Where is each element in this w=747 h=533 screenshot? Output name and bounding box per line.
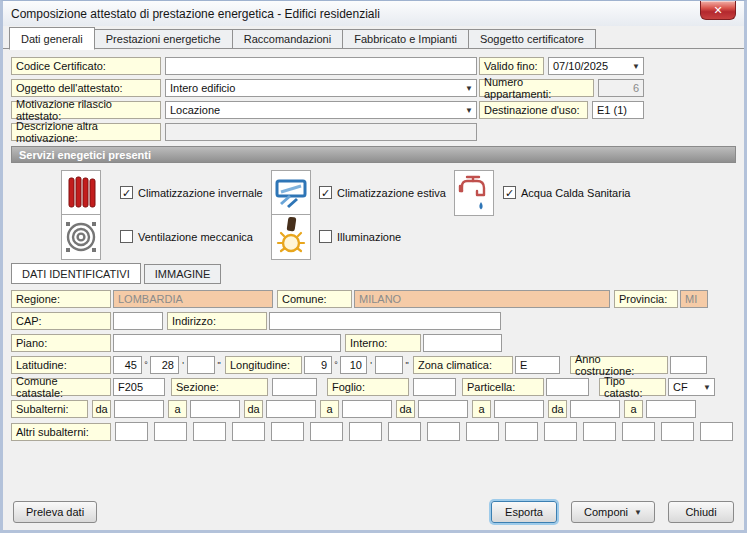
minute-symbol: ': [179, 360, 187, 370]
service-label-acqua-calda-sanitaria: Acqua Calda Sanitaria: [521, 187, 630, 199]
altro-subalterno-input[interactable]: [622, 422, 655, 441]
chevron-down-icon: ▼: [465, 84, 473, 93]
motivazione-rilascio-dropdown[interactable]: Locazione▼: [165, 101, 477, 119]
a-label: a: [624, 400, 643, 418]
tab-raccomandazioni[interactable]: Raccomandazioni: [232, 29, 343, 49]
da-label: da: [396, 400, 415, 418]
interno-input[interactable]: [423, 334, 502, 352]
footer-bar: Preleva dati Esporta Componi▼ Chiudi: [13, 501, 734, 523]
altro-subalterno-input[interactable]: [271, 422, 304, 441]
cap-input[interactable]: [113, 312, 163, 330]
chevron-down-icon: ▼: [465, 106, 473, 115]
regione-input: LOMBARDIA: [113, 290, 273, 308]
destinazione-uso-input[interactable]: E1 (1): [592, 101, 644, 119]
sezione-input[interactable]: [272, 378, 317, 396]
longitudine-gradi-input[interactable]: 9: [304, 356, 332, 374]
tipo-catasto-dropdown[interactable]: CF▼: [668, 378, 715, 396]
altro-subalterno-input[interactable]: [388, 422, 421, 441]
provincia-input: MI: [680, 290, 708, 308]
indirizzo-label: Indirizzo:: [167, 312, 267, 330]
piano-input[interactable]: [113, 334, 341, 352]
indirizzo-input[interactable]: [269, 312, 501, 330]
tipo-catasto-label: Tipo catasto:: [599, 378, 666, 396]
subalterno-da-input[interactable]: [418, 400, 468, 418]
tab-prestazioni-energetiche[interactable]: Prestazioni energetiche: [94, 29, 233, 49]
service-checkbox-1[interactable]: ✓: [319, 186, 332, 199]
esporta-button[interactable]: Esporta: [491, 501, 557, 523]
valido-fino-dropdown[interactable]: 07/10/2025▼: [548, 57, 644, 75]
altro-subalterno-input[interactable]: [700, 422, 733, 441]
altro-subalterno-input[interactable]: [310, 422, 343, 441]
degree-symbol: °: [332, 360, 340, 370]
tab-soggetto-certificatore[interactable]: Soggetto certificatore: [468, 29, 596, 49]
subtab-immagine[interactable]: IMMAGINE: [144, 264, 222, 284]
subalterno-a-input[interactable]: [342, 400, 392, 418]
subalterni-label: Subalterni:: [11, 400, 88, 418]
anno-costruzione-input[interactable]: [670, 356, 707, 374]
service-checkbox-3[interactable]: [120, 230, 133, 243]
foglio-input[interactable]: [413, 378, 456, 396]
subalterno-a-input[interactable]: [190, 400, 240, 418]
altro-subalterno-input[interactable]: [193, 422, 226, 441]
subalterno-da-input[interactable]: [114, 400, 164, 418]
particella-input[interactable]: [546, 378, 589, 396]
altro-subalterno-input[interactable]: [232, 422, 265, 441]
altro-subalterno-input[interactable]: [583, 422, 616, 441]
chevron-down-icon: ▼: [703, 383, 711, 392]
preleva-dati-button[interactable]: Preleva dati: [13, 501, 97, 523]
tab-fabbricato-e-impianti[interactable]: Fabbricato e Impianti: [342, 29, 469, 49]
numero-appartamenti-input: 6: [598, 79, 644, 97]
subtab-dati-identificativi[interactable]: DATI IDENTIFICATIVI: [11, 263, 141, 284]
dialog-window: Composizione attestato di prestazione en…: [0, 0, 747, 533]
altro-subalterno-input[interactable]: [427, 422, 460, 441]
descrizione-motivazione-label: Descrizione altra motivazione:: [11, 123, 161, 141]
zona-climatica-input[interactable]: E: [515, 356, 560, 374]
altro-subalterno-input[interactable]: [466, 422, 499, 441]
da-label: da: [548, 400, 567, 418]
close-icon: ✕: [713, 4, 722, 17]
service-checkbox-2[interactable]: ✓: [503, 186, 516, 199]
altro-subalterno-input[interactable]: [349, 422, 382, 441]
service-label-climatizzazione-estiva: Climatizzazione estiva: [337, 187, 446, 199]
subalterno-a-input[interactable]: [646, 400, 696, 418]
chiudi-button[interactable]: Chiudi: [668, 501, 734, 523]
window-title: Composizione attestato di prestazione en…: [11, 7, 380, 21]
main-tabstrip: Dati generali Prestazioni energetiche Ra…: [3, 26, 744, 49]
codice-certificato-input[interactable]: [165, 57, 477, 75]
numero-appartamenti-label: Numero appartamenti:: [479, 79, 594, 97]
oggetto-attestato-dropdown[interactable]: Intero edificio▼: [165, 79, 477, 97]
close-button[interactable]: ✕: [700, 1, 736, 20]
service-checkbox-4[interactable]: [319, 230, 332, 243]
subalterno-a-input[interactable]: [494, 400, 544, 418]
codice-certificato-label: Codice Certificato:: [11, 57, 161, 75]
foglio-label: Foglio:: [327, 378, 409, 396]
comune-label: Comune:: [277, 290, 352, 308]
service-checkbox-0[interactable]: ✓: [120, 186, 133, 199]
latitudine-secondi-input[interactable]: [187, 356, 215, 374]
subalterno-da-input[interactable]: [570, 400, 620, 418]
altro-subalterno-input[interactable]: [505, 422, 538, 441]
latitudine-gradi-input[interactable]: 45: [113, 356, 142, 374]
oggetto-attestato-label: Oggetto dell'attestato:: [11, 79, 161, 97]
altro-subalterno-input[interactable]: [544, 422, 577, 441]
valido-fino-label: Valido fino:: [479, 57, 544, 75]
fan-icon: [61, 214, 101, 260]
latitudine-primi-input[interactable]: 28: [150, 356, 179, 374]
da-label: da: [92, 400, 111, 418]
interno-label: Interno:: [345, 334, 421, 352]
componi-button[interactable]: Componi▼: [571, 501, 655, 523]
comune-catastale-label: Comune catastale:: [11, 378, 111, 396]
comune-catastale-input[interactable]: F205: [113, 378, 165, 396]
longitudine-secondi-input[interactable]: [375, 356, 403, 374]
service-label-climatizzazione-invernale: Climatizzazione invernale: [138, 187, 263, 199]
altro-subalterno-input[interactable]: [154, 422, 187, 441]
subalterno-da-input[interactable]: [266, 400, 316, 418]
altro-subalterno-input[interactable]: [661, 422, 694, 441]
da-label: da: [244, 400, 263, 418]
longitudine-primi-input[interactable]: 10: [340, 356, 367, 374]
tab-dati-generali[interactable]: Dati generali: [9, 27, 95, 50]
chevron-down-icon: ▼: [632, 62, 640, 71]
a-label: a: [472, 400, 491, 418]
radiator-icon: [61, 170, 101, 216]
altro-subalterno-input[interactable]: [115, 422, 148, 441]
